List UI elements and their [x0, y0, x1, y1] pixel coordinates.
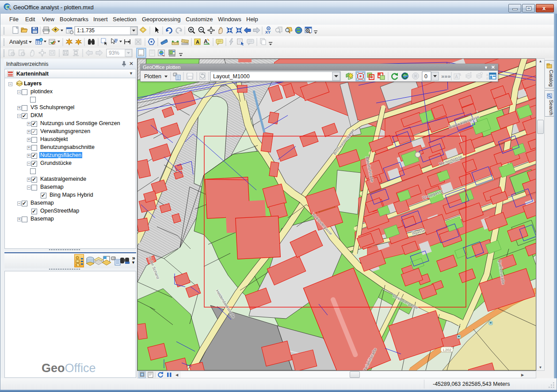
svg-text:Plotten: Plotten	[144, 73, 161, 80]
svg-text:93%: 93%	[109, 50, 119, 56]
svg-text:Analyst: Analyst	[9, 39, 28, 45]
svg-text:8: 8	[486, 76, 488, 80]
svg-text:»»»: »»»	[441, 73, 451, 80]
svg-text:L202: L202	[443, 348, 451, 352]
svg-text:0: 0	[424, 73, 427, 80]
svg-text:A: A	[455, 74, 458, 79]
svg-text:XY: XY	[265, 30, 271, 34]
svg-text:A: A	[196, 39, 199, 45]
svg-text:A: A	[204, 38, 208, 45]
svg-text:Layout_M1000: Layout_M1000	[213, 73, 250, 80]
svg-text:1:1.735: 1:1.735	[77, 27, 95, 34]
